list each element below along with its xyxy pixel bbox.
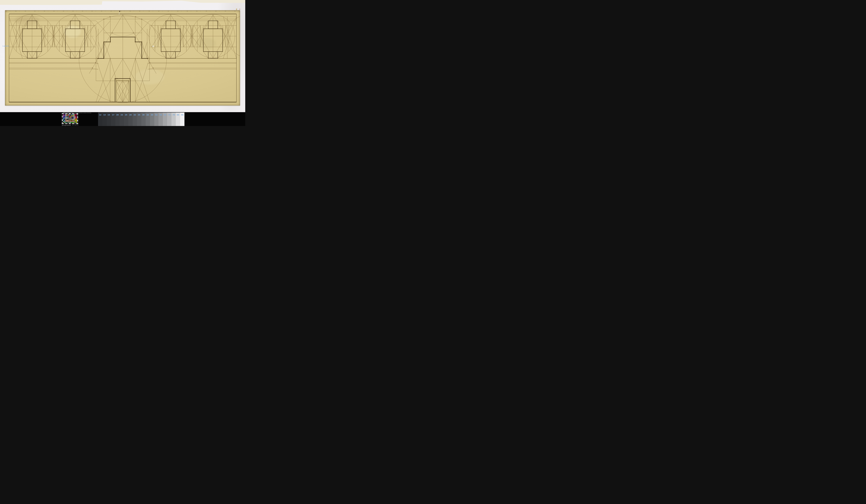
gray-patch-label: 15 [107,114,111,116]
chart-patch-C8 [64,121,65,122]
chart-patch-N4 [77,116,78,117]
chart-patch-H7 [70,120,71,121]
chart-patch-J3 [73,115,74,116]
chart-patch-J5 [73,117,74,118]
chart-patch-A3 [62,115,63,116]
chart-patch-H1 [70,113,71,114]
ruler-number: 2 [74,125,75,126]
chart-patch-N6 [77,119,78,119]
gray-patch-13: 13 [102,113,107,126]
chart-patch-F9 [68,122,69,123]
stain [135,69,164,84]
chart-patch-M8 [76,121,77,122]
chart-patch-E7 [67,120,68,121]
chart-patch-F6 [68,119,69,119]
chart-patch-H4 [70,116,71,117]
column-label: N [77,124,78,125]
chart-patch-A9 [62,122,63,123]
colorchecker-sg-target: Digital ColorChecker® SG Actual Source L… [61,112,78,126]
gray-patch-label: 32 [133,114,137,116]
chart-patch-G2 [69,114,70,115]
chart-patch-K4 [74,116,75,117]
chart-patch-H3 [70,115,71,116]
chart-patch-A2 [62,114,63,115]
column-label: M [76,124,76,125]
ruler-number: 5 [77,125,77,126]
chart-patch-E2 [67,114,68,115]
chart-patch-M9 [76,122,77,123]
chart-patch-F3 [68,115,69,116]
gray-patch-label: 39 [141,114,146,116]
chart-patch-M6 [76,119,77,119]
chart-patch-I5 [71,117,72,118]
chart-patch-B2 [63,114,64,115]
chart-patch-G8 [69,121,70,122]
gray-patch-label: 96 [180,114,185,116]
ruler-number: 3 [75,125,75,126]
chart-patch-A1 [62,113,63,114]
chart-patch-B4 [63,116,64,117]
chart-patch-F4 [68,116,69,117]
gray-patch-12: 12 [98,113,102,126]
chart-patch-C3 [64,115,65,116]
gray-patch-44: 44 [146,113,150,126]
chart-patch-E6 [67,119,68,119]
gray-patch-label: 71 [167,114,171,116]
l-value-label: L-waarde [2,45,9,47]
chart-patch-L6 [75,119,76,119]
gray-patch-79: 79 [171,113,176,126]
chart-patch-B7 [63,120,64,121]
gray-patch-96: 96 [180,113,185,126]
chart-patch-L2 [75,114,76,115]
midtone-marker: M [153,45,154,47]
chart-patch-D3 [66,115,67,116]
chart-patch-C7 [64,120,65,121]
chart-patch-J9 [73,122,74,123]
chart-patch-K9 [74,122,75,123]
chart-patch-E8 [67,121,68,122]
chart-patch-A5 [62,117,63,118]
chart-patch-A8 [62,121,63,122]
chart-patch-F7 [68,120,69,121]
chart-patch-E5 [67,117,68,118]
chart-patch-M5 [76,117,77,118]
chart-patch-F5 [68,117,69,118]
chart-patch-F2 [68,114,69,115]
chart-patch-A7 [62,120,63,121]
chart-patch-D7 [66,120,67,121]
chart-patch-D6 [66,119,67,119]
chart-patch-K1 [74,113,75,114]
brand-label: gretagmacbeth [62,125,71,126]
chart-patch-G6 [69,119,70,119]
gray-patch-label: 88 [176,114,180,116]
chart-patch-C9 [64,122,65,123]
gray-patch-label: 25 [124,114,128,116]
ruler-number: 1 [73,125,74,126]
gray-patch-88: 88 [176,113,180,126]
gray-patch-label: 59 [158,114,163,116]
gray-patch-20: 20 [115,113,120,126]
chart-patch-N2 [77,114,78,115]
chart-patch-E4 [67,116,68,117]
chart-patch-D1 [66,113,67,114]
chart-patch-I2 [71,114,72,115]
gray-patch-54: 54 [154,113,159,126]
gray-patch-32: 32 [133,113,137,126]
gray-patch-23: 23 [120,113,124,126]
gray-patch-28: 28 [128,113,133,126]
chart-patch-J2 [73,114,74,115]
gray-patch-35: 35 [137,113,141,126]
chart-patch-L9 [75,122,76,123]
chart-patch-A4 [62,116,63,117]
red-tape-speck [240,9,240,10]
chart-patch-N1 [77,113,78,114]
gray-patch-label: 44 [146,114,150,116]
chart-patch-M1 [76,113,77,114]
gray-patch-label: 79 [171,114,176,116]
chart-patch-K5 [74,117,75,118]
chart-patch-H8 [70,121,71,122]
chart-patch-I6 [71,119,72,119]
gray-patch-label: 28 [128,114,133,116]
chart-patch-L3 [75,115,76,116]
chart-patch-I8 [71,121,72,122]
